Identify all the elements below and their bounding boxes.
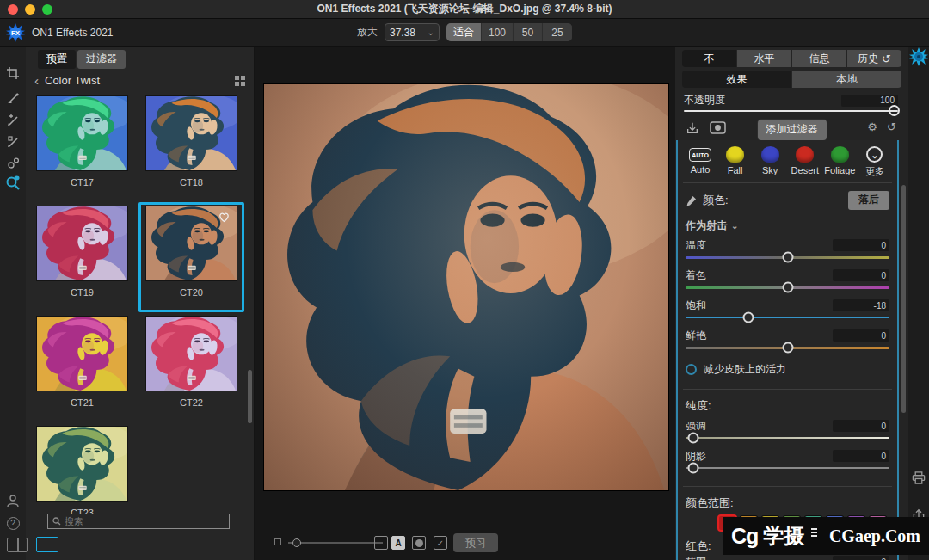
blue-gear-icon bbox=[909, 47, 928, 66]
slider-handle[interactable] bbox=[782, 342, 793, 354]
zoom-100-button[interactable]: 100 bbox=[482, 23, 514, 41]
slider-value[interactable]: -18 bbox=[833, 299, 889, 311]
slider-track-row[interactable] bbox=[686, 462, 889, 474]
slider-track-row[interactable] bbox=[686, 342, 889, 354]
purity-section-title: 纯度: bbox=[678, 390, 897, 414]
print-button[interactable] bbox=[912, 471, 926, 489]
tab-effects[interactable]: 效果 bbox=[682, 71, 791, 88]
preset-thumb-ct18[interactable]: CT18 bbox=[138, 92, 244, 202]
filter-options-button[interactable]: ⚙ bbox=[867, 120, 877, 133]
mask-view-icon[interactable] bbox=[374, 536, 388, 550]
slider-value[interactable]: 0 bbox=[833, 450, 889, 462]
color-mode-dropdown[interactable]: 作为射击 ⌄ bbox=[678, 212, 897, 233]
slider-value[interactable]: 0 bbox=[833, 239, 889, 251]
mask-icon bbox=[710, 121, 726, 134]
zoom-value-select[interactable]: 37.38 ⌄ bbox=[385, 23, 440, 41]
slider-handle[interactable] bbox=[889, 105, 900, 116]
masking-brush-tool-button[interactable] bbox=[0, 88, 26, 108]
tab-browse[interactable]: 不 bbox=[682, 50, 736, 67]
reduce-skin-vitality-checkbox[interactable]: 减少皮肤上的活力 bbox=[678, 354, 897, 378]
zoom-50-button[interactable]: 50 bbox=[514, 23, 543, 41]
style-preset-fall[interactable]: Fall bbox=[719, 146, 752, 178]
slider-handle[interactable] bbox=[782, 252, 793, 263]
save-icon bbox=[686, 121, 699, 135]
back-chevron-icon[interactable]: ‹ bbox=[34, 74, 39, 87]
style-preset-sky[interactable]: Sky bbox=[754, 146, 786, 178]
favorite-heart-icon[interactable] bbox=[218, 211, 231, 223]
crop-tool-button[interactable] bbox=[0, 63, 26, 83]
mask-button[interactable] bbox=[710, 121, 726, 138]
fx-logo-icon: FX bbox=[6, 23, 25, 42]
gradient-mask-tool-button[interactable] bbox=[0, 131, 26, 151]
tab-local[interactable]: 本地 bbox=[792, 71, 901, 88]
slider-label: 范围 bbox=[686, 555, 706, 560]
preset-thumb-ct19[interactable]: CT19 bbox=[29, 202, 135, 312]
close-window-button[interactable] bbox=[8, 4, 18, 15]
slider-label: 饱和 bbox=[686, 298, 706, 313]
ai-brush-tool-button[interactable] bbox=[0, 109, 26, 130]
zoom-tool-button-active[interactable] bbox=[0, 172, 26, 193]
slider-value[interactable]: 0 bbox=[833, 556, 889, 560]
zoom-25-button[interactable]: 25 bbox=[543, 23, 572, 41]
reset-filter-button[interactable]: ↺ bbox=[887, 120, 896, 133]
slider-track-row[interactable] bbox=[686, 251, 889, 263]
preset-thumb-ct21[interactable]: CT21 bbox=[29, 312, 135, 422]
slider-value[interactable]: 0 bbox=[833, 329, 889, 342]
preset-thumb-ct20-selected[interactable]: CT20 bbox=[138, 202, 244, 312]
account-button[interactable] bbox=[0, 490, 26, 511]
preset-label: CT21 bbox=[71, 397, 94, 408]
zoom-window-button[interactable] bbox=[42, 4, 52, 15]
tab-history[interactable]: 历史 ↺ bbox=[847, 50, 901, 67]
vibrance-slider: 鲜艳 0 bbox=[686, 329, 889, 354]
blemish-tool-button[interactable] bbox=[0, 152, 26, 173]
left-panel-scrollbar[interactable] bbox=[248, 370, 252, 423]
help-button[interactable]: ? bbox=[0, 513, 26, 533]
slider-handle[interactable] bbox=[782, 282, 793, 293]
save-preset-button[interactable] bbox=[686, 121, 699, 138]
style-preset-foliage[interactable]: Foliage bbox=[823, 146, 856, 178]
search-input[interactable] bbox=[65, 516, 225, 526]
mask-overlay-icon[interactable] bbox=[412, 536, 426, 550]
slider-value[interactable]: 0 bbox=[833, 269, 889, 281]
preset-thumb-ct17[interactable]: CT17 bbox=[29, 92, 135, 202]
style-preset-auto[interactable]: AUTO Auto bbox=[684, 146, 717, 178]
style-preset-desert[interactable]: Desert bbox=[789, 146, 821, 178]
slider-handle[interactable] bbox=[292, 538, 301, 547]
back-button[interactable]: 落后 bbox=[848, 191, 889, 210]
grid-view-icon[interactable] bbox=[235, 76, 245, 86]
opacity-slider[interactable] bbox=[684, 104, 898, 118]
preset-thumb-ct22[interactable]: CT22 bbox=[138, 312, 244, 422]
slider-handle[interactable] bbox=[688, 463, 699, 474]
right-panel-scrollbar[interactable] bbox=[901, 185, 906, 413]
canvas-area[interactable]: A ✓ 预习 bbox=[255, 47, 675, 560]
slider-value[interactable]: 0 bbox=[833, 420, 889, 432]
tab-filters[interactable]: 过滤器 bbox=[77, 50, 126, 69]
checkmark-icon[interactable]: ✓ bbox=[434, 536, 447, 550]
small-square-icon[interactable] bbox=[274, 538, 281, 545]
brush-size-slider[interactable] bbox=[288, 532, 383, 553]
browser-view-icon[interactable] bbox=[7, 538, 28, 552]
fit-button[interactable]: 适合 bbox=[446, 23, 482, 41]
minimize-window-button[interactable] bbox=[25, 4, 35, 15]
letter-a-icon[interactable]: A bbox=[391, 536, 405, 550]
slider-track-row[interactable] bbox=[686, 311, 889, 323]
style-preset-label: Foliage bbox=[824, 165, 855, 175]
slider-track-row[interactable] bbox=[686, 432, 889, 444]
preset-label: CT17 bbox=[71, 177, 94, 188]
slider-handle[interactable] bbox=[743, 312, 754, 323]
slider-track-row[interactable] bbox=[686, 281, 889, 293]
preferences-button[interactable] bbox=[909, 47, 928, 70]
style-preset-more[interactable]: ⌄ 更多 bbox=[858, 146, 891, 178]
search-icon bbox=[52, 517, 61, 526]
preview-button[interactable]: 预习 bbox=[453, 533, 498, 552]
tab-levels[interactable]: 水平 bbox=[737, 50, 791, 67]
add-filter-button[interactable]: 添加过滤器 bbox=[758, 120, 827, 140]
tab-info[interactable]: 信息 bbox=[792, 50, 846, 67]
checkbox-label: 减少皮肤上的活力 bbox=[704, 362, 786, 377]
filmstrip-view-icon-active[interactable] bbox=[36, 537, 58, 552]
main-photo[interactable] bbox=[264, 84, 668, 490]
color-section-header: 颜色: 落后 bbox=[678, 183, 897, 212]
gear-icon: ⚙ bbox=[867, 120, 877, 133]
tab-presets[interactable]: 预置 bbox=[38, 50, 76, 69]
slider-handle[interactable] bbox=[688, 433, 699, 444]
